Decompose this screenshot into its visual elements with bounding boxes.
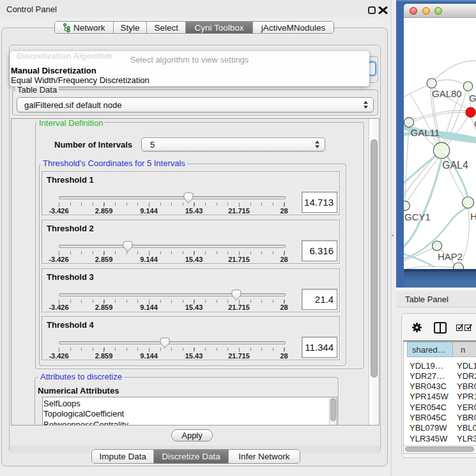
svg-text:GAL80: GAL80 <box>432 88 462 99</box>
svg-text:HAP2: HAP2 <box>438 251 463 262</box>
svg-text:H: H <box>470 211 476 222</box>
svg-text:GAL11: GAL11 <box>411 127 440 138</box>
svg-text:GCY1: GCY1 <box>404 211 431 222</box>
svg-text:GA: GA <box>469 93 476 104</box>
svg-text:GAL4: GAL4 <box>442 160 468 171</box>
